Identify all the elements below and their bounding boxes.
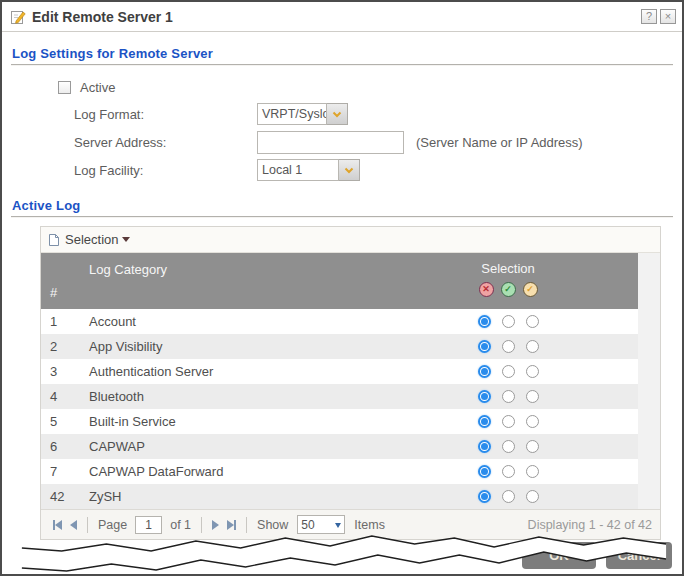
- selection-menu-label: Selection: [65, 232, 118, 247]
- row-selection-radios: [408, 465, 608, 478]
- radio-disable[interactable]: [478, 490, 491, 503]
- table-row: 5 Built-in Service: [41, 409, 638, 434]
- table-row: 4 Bluetooth: [41, 384, 638, 409]
- chevron-down-icon: [335, 523, 341, 531]
- log-facility-value: Local 1: [257, 159, 339, 181]
- log-settings-heading: Log Settings for Remote Server: [12, 46, 673, 61]
- page-title: Edit Remote Server 1: [32, 9, 638, 25]
- yellow-check-circle-icon[interactable]: ✓: [523, 282, 538, 297]
- active-checkbox[interactable]: [58, 81, 71, 94]
- radio-enable-debug[interactable]: [526, 465, 539, 478]
- table-header: Log Category # Selection ✕ ✓ ✓: [41, 253, 638, 309]
- row-category: Account: [81, 314, 408, 329]
- row-category: CAPWAP DataForward: [81, 464, 408, 479]
- show-label: Show: [257, 518, 288, 532]
- chevron-down-icon: [344, 167, 354, 174]
- divider: [11, 216, 673, 218]
- server-address-row: Server Address: (Server Name or IP Addre…: [11, 128, 673, 156]
- items-label: Items: [354, 518, 385, 532]
- row-category: Built-in Service: [81, 414, 408, 429]
- row-number: 6: [41, 439, 81, 454]
- ok-button[interactable]: OK: [522, 542, 596, 569]
- grid-main: Log Category # Selection ✕ ✓ ✓ 1 Account: [41, 253, 638, 509]
- log-format-select[interactable]: VRPT/Syslog: [257, 103, 348, 125]
- page-label: Page: [98, 518, 127, 532]
- active-log-grid: Selection Log Category # Selection ✕ ✓ ✓: [40, 226, 661, 540]
- row-number: 4: [41, 389, 81, 404]
- radio-enable-debug[interactable]: [526, 415, 539, 428]
- row-selection-radios: [408, 315, 608, 328]
- page-size-select[interactable]: 50: [297, 515, 345, 534]
- radio-enable-debug[interactable]: [526, 365, 539, 378]
- next-page-button[interactable]: [212, 520, 219, 530]
- radio-enable[interactable]: [502, 465, 515, 478]
- radio-disable[interactable]: [478, 340, 491, 353]
- title-bar: Edit Remote Server 1 ? ×: [2, 2, 682, 32]
- radio-disable[interactable]: [478, 415, 491, 428]
- radio-disable[interactable]: [478, 315, 491, 328]
- table-row: 1 Account: [41, 309, 638, 334]
- radio-enable-debug[interactable]: [526, 390, 539, 403]
- log-facility-select[interactable]: Local 1: [257, 159, 360, 181]
- row-number: 3: [41, 364, 81, 379]
- radio-disable[interactable]: [478, 440, 491, 453]
- radio-enable[interactable]: [502, 415, 515, 428]
- edit-pencil-icon: [10, 9, 26, 25]
- document-icon: [48, 233, 60, 247]
- divider: [201, 517, 202, 533]
- prev-page-button[interactable]: [70, 520, 77, 530]
- row-selection-radios: [408, 490, 608, 503]
- displaying-status: Displaying 1 - 42 of 42: [528, 518, 652, 532]
- log-facility-row: Log Facility: Local 1: [11, 156, 673, 184]
- page-of-label: of 1: [170, 518, 191, 532]
- radio-disable[interactable]: [478, 390, 491, 403]
- radio-enable[interactable]: [502, 340, 515, 353]
- log-facility-label: Log Facility:: [74, 163, 257, 178]
- radio-enable-debug[interactable]: [526, 490, 539, 503]
- row-category: App Visibility: [81, 339, 408, 354]
- radio-enable[interactable]: [502, 390, 515, 403]
- page-size-value: 50: [301, 518, 335, 532]
- table-body: 1 Account 2 App Visibility 3 Authenticat…: [41, 309, 638, 509]
- row-number: 7: [41, 464, 81, 479]
- radio-enable-debug[interactable]: [526, 315, 539, 328]
- close-button[interactable]: ×: [660, 9, 676, 24]
- radio-enable[interactable]: [502, 490, 515, 503]
- radio-enable[interactable]: [502, 315, 515, 328]
- server-address-input[interactable]: [257, 131, 404, 154]
- help-button[interactable]: ?: [641, 9, 657, 24]
- radio-enable[interactable]: [502, 440, 515, 453]
- first-page-button[interactable]: [53, 520, 62, 530]
- log-format-value: VRPT/Syslog: [257, 103, 327, 125]
- selection-header-icons: ✕ ✓ ✓: [408, 282, 608, 297]
- radio-disable[interactable]: [478, 465, 491, 478]
- last-page-button[interactable]: [227, 520, 236, 530]
- radio-enable[interactable]: [502, 365, 515, 378]
- table-row: 42 ZySH: [41, 484, 638, 509]
- table-row: 3 Authentication Server: [41, 359, 638, 384]
- log-facility-dropdown-button[interactable]: [339, 159, 360, 181]
- green-check-circle-icon[interactable]: ✓: [501, 282, 516, 297]
- log-format-row: Log Format: VRPT/Syslog: [11, 100, 673, 128]
- radio-enable-debug[interactable]: [526, 340, 539, 353]
- divider: [11, 64, 673, 66]
- server-address-label: Server Address:: [74, 135, 257, 150]
- row-selection-radios: [408, 415, 608, 428]
- row-number: 5: [41, 414, 81, 429]
- scrollbar-gutter: [638, 253, 660, 509]
- row-selection-radios: [408, 390, 608, 403]
- caret-down-icon: [122, 237, 130, 246]
- row-category: Authentication Server: [81, 364, 408, 379]
- server-address-hint: (Server Name or IP Address): [416, 135, 583, 150]
- radio-enable-debug[interactable]: [526, 440, 539, 453]
- row-selection-radios: [408, 340, 608, 353]
- red-x-circle-icon[interactable]: ✕: [479, 282, 494, 297]
- divider: [246, 517, 247, 533]
- radio-disable[interactable]: [478, 365, 491, 378]
- page-number-input[interactable]: [135, 516, 162, 534]
- active-label: Active: [80, 80, 115, 95]
- divider: [87, 517, 88, 533]
- cancel-button[interactable]: Cancel: [606, 542, 672, 569]
- log-format-dropdown-button[interactable]: [327, 103, 348, 125]
- selection-menu-button[interactable]: Selection: [41, 227, 660, 253]
